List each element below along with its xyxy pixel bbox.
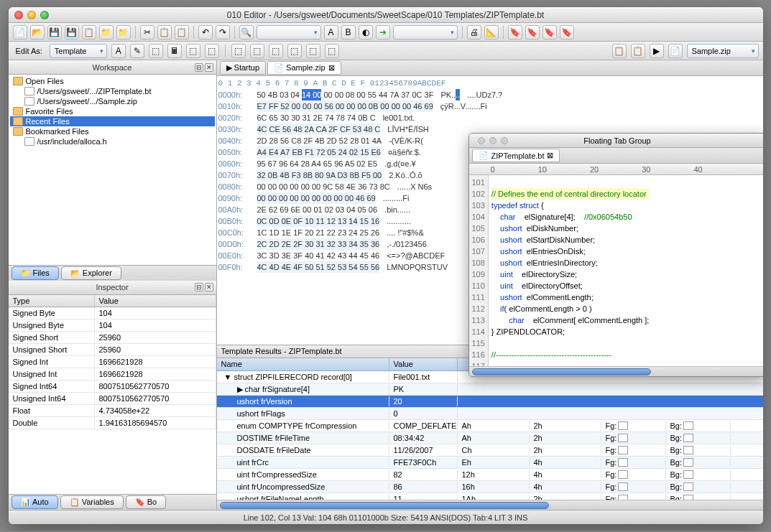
float-zoom-button[interactable] [501,137,508,144]
float-tabs: 📄 ZIPTemplate.bt ⊠ [469,148,763,164]
variables-tab[interactable]: 📋 Variables [60,495,124,509]
float-minimize-button[interactable] [489,137,497,144]
float-close-button[interactable] [478,137,485,144]
panel-close-icon[interactable]: ✕ [205,63,213,72]
template-button[interactable]: 📋 [631,44,645,58]
inspector-table[interactable]: Signed Byte104Unsigned Byte104Signed Sho… [9,307,216,495]
open-file-button[interactable]: 📂 [30,25,45,39]
workspace-header: Workspace ⊟✕ [9,60,216,75]
inspector-row[interactable]: Unsigned Int1696621928 [9,368,216,381]
files-tab[interactable]: 📁 Files [11,266,59,280]
find-combo[interactable] [257,25,321,39]
main-window: 010 Editor - /Users/gsweet/Documents/Swe… [9,7,763,524]
secondary-toolbar: Edit As: Template A ✎ ⬚ 🖩 ⬚ ⬚ ⬚ ⬚ ⬚ ⬚ ⬚ … [9,42,763,60]
template-button[interactable]: 📋 [612,44,627,58]
highlight-button[interactable]: ✎ [130,44,144,58]
template-row[interactable]: DOSDATE frFileDate11/26/2007Ch2hFg:Bg: [217,444,763,457]
template-row[interactable]: ushort frVersion20 [217,396,763,408]
toolbar-button[interactable]: ⬚ [231,44,246,58]
editor-tab[interactable]: ▶ Startup [220,61,267,75]
toolbar-button[interactable]: 📁 [116,25,131,39]
template-button[interactable]: 📄 [668,44,683,58]
bookmarks-tab[interactable]: 🔖 Bo [126,495,167,509]
toolbar-button[interactable]: ⬚ [205,44,219,58]
template-row[interactable]: uint frCrcFFE73F0ChEh4hFg:Bg: [217,457,763,469]
tree-item[interactable]: /Users/gsweet/.../Sample.zip [10,96,215,106]
go-button[interactable]: ➜ [376,25,390,39]
toolbar-button[interactable]: ⬚ [306,44,320,58]
template-row[interactable]: ushort frFileNameLength111Ah2hFg:Bg: [217,493,763,500]
template-row[interactable]: ushort frFlags0 [217,408,763,420]
find-prev-button[interactable]: A [324,25,338,39]
titlebar: 010 Editor - /Users/gsweet/Documents/Swe… [9,7,763,23]
undo-button[interactable]: ↶ [198,25,213,39]
inspector-row[interactable]: Double1.94163185694570 [9,417,216,429]
floating-tab-group[interactable]: Floating Tab Group 📄 ZIPTemplate.bt ⊠ 01… [468,133,763,377]
inspector-row[interactable]: Signed Int1696621928 [9,356,216,368]
toolbar-button[interactable]: ⬚ [250,44,264,58]
toolbar-button[interactable]: ⬚ [325,44,339,58]
tree-group[interactable]: Recent Files [10,116,215,126]
panel-pin-icon[interactable]: ⊟ [195,283,203,291]
new-file-button[interactable]: 📄 [13,25,27,39]
template-row[interactable]: ▶ char frSignature[4]PK [217,383,763,396]
close-icon[interactable]: ⊠ [328,63,335,73]
tree-group[interactable]: Open Files [10,76,215,86]
template-row[interactable]: DOSTIME frFileTime08:34:42Ah2hFg:Bg: [217,432,763,444]
toolbar-button[interactable]: ⬚ [186,44,200,58]
tree-group[interactable]: Bookmarked Files [10,126,215,136]
float-hscrollbar[interactable] [469,366,763,376]
panel-pin-icon[interactable]: ⊟ [195,63,203,72]
toolbar-button[interactable]: ◐ [359,25,373,39]
tree-group[interactable]: Favorite Files [10,106,215,116]
inspector-row[interactable]: Signed Int648007510562770570 [9,381,216,393]
inspector-row[interactable]: Unsigned Short25960 [9,344,216,356]
goto-combo[interactable] [393,25,458,39]
auto-tab[interactable]: 📊 Auto [11,495,58,509]
redo-button[interactable]: ↷ [216,25,230,39]
template-row[interactable]: uint frUncompressedSize8616h4hFg:Bg: [217,481,763,493]
editor-tab[interactable]: 📄 Sample.zip ⊠ [267,61,341,75]
float-titlebar[interactable]: Floating Tab Group [469,134,763,148]
paste-button[interactable]: 📋 [175,25,189,39]
font-button[interactable]: A [111,44,126,58]
template-results-body[interactable]: ▼ struct ZIPFILERECORD record[0]File001.… [217,371,763,500]
find-button[interactable]: 🔍 [239,25,254,39]
toolbar-button[interactable]: ⬚ [269,44,283,58]
toolbar-button[interactable]: ⬚ [149,44,163,58]
hscrollbar[interactable] [217,500,763,510]
template-button[interactable]: ▶ [650,44,664,58]
inspector-row[interactable]: Unsigned Byte104 [9,319,216,332]
cut-button[interactable]: ✂ [140,25,154,39]
inspector-row[interactable]: Signed Short25960 [9,332,216,344]
calculator-button[interactable]: 🖩 [167,44,182,58]
code-editor[interactable]: 101 102 103 104 105 106 107 108 109 110 … [469,175,763,366]
workspace-tree[interactable]: Open Files/Users/gsweet/.../ZIPTemplate.… [9,75,216,265]
template-row[interactable]: uint frCompressedSize8212h4hFg:Bg: [217,469,763,481]
bookmark-clear-button[interactable]: 🔖 [560,25,574,39]
save-button[interactable]: 💾 [47,25,62,39]
find-next-button[interactable]: B [341,25,356,39]
toolbar-button[interactable]: ⬚ [287,44,302,58]
bookmark-button[interactable]: 🔖 [508,25,522,39]
explorer-tab[interactable]: 📂 Explorer [61,266,121,280]
inspector-row[interactable]: Float4.734058e+22 [9,405,216,417]
close-icon[interactable]: ⊠ [547,151,553,160]
print-button[interactable]: 🖨 [467,25,481,39]
inspector-row[interactable]: Unsigned Int648007510562770570 [9,393,216,405]
sample-combo[interactable]: Sample.zip [687,44,759,58]
save-all-button[interactable]: 💾 [65,25,79,39]
float-tab[interactable]: 📄 ZIPTemplate.bt ⊠ [472,149,560,162]
inspector-row[interactable]: Signed Byte104 [9,307,216,319]
panel-close-icon[interactable]: ✕ [205,283,213,291]
tree-item[interactable]: /Users/gsweet/.../ZIPTemplate.bt [10,86,215,96]
toolbar-button[interactable]: 📋 [82,25,96,39]
toolbar-button[interactable]: 📁 [99,25,114,39]
bookmark-next-button[interactable]: 🔖 [543,25,557,39]
bookmark-prev-button[interactable]: 🔖 [525,25,540,39]
toolbar-button[interactable]: 📐 [484,25,499,39]
template-row[interactable]: enum COMPTYPE frCompressionCOMP_DEFLATEA… [217,420,763,432]
copy-button[interactable]: 📋 [157,25,172,39]
tree-item[interactable]: /usr/include/alloca.h [10,136,215,146]
edit-as-combo[interactable]: Template [50,44,107,58]
